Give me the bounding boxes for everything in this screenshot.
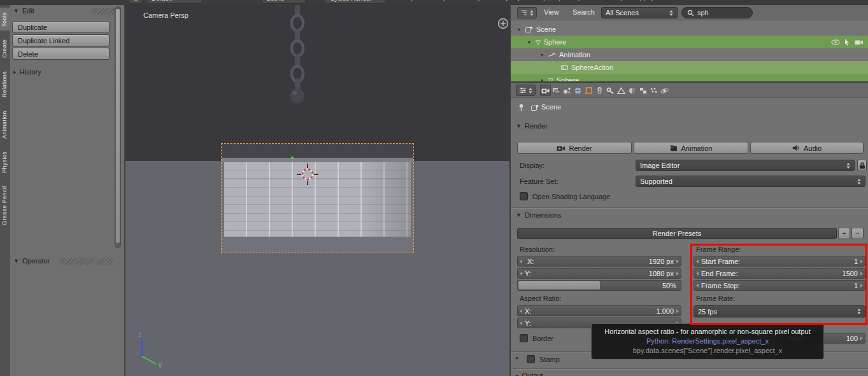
tab-particles[interactable]: [648, 85, 659, 96]
view-menu[interactable]: View: [544, 8, 559, 16]
renderability-camera-icon[interactable]: [855, 39, 863, 45]
osl-checkbox[interactable]: [520, 192, 528, 200]
close-icon[interactable]: ×: [287, 0, 291, 2]
updown-arrows-icon: [857, 309, 861, 314]
cursor-3d[interactable]: [296, 163, 319, 187]
disclosure-icon[interactable]: ▾: [539, 78, 545, 83]
tab-animation[interactable]: Animation: [0, 106, 10, 144]
object-origin-dot: [291, 157, 294, 159]
tab-modifiers[interactable]: [605, 85, 616, 96]
tree-row-sphereaction[interactable]: SphereAction: [511, 61, 868, 74]
render-panel-header[interactable]: ▼ Render: [516, 122, 548, 130]
pin-icon[interactable]: [518, 104, 524, 113]
add-preset-button[interactable]: +: [838, 228, 850, 239]
display-select[interactable]: Image Editor: [636, 160, 855, 171]
border-checkbox[interactable]: [520, 334, 528, 342]
tab-constraints[interactable]: [594, 85, 605, 96]
scrollbar-thumb[interactable]: [116, 9, 120, 243]
tree-row-sphere-mesh[interactable]: ▾ ▽ Sphere: [511, 74, 868, 83]
tab-world[interactable]: [573, 85, 583, 96]
render-presets-select[interactable]: Render Presets: [517, 228, 837, 239]
search-menu[interactable]: Search: [573, 8, 595, 16]
duplicate-button[interactable]: Duplicate: [12, 21, 110, 33]
lock-interface-button[interactable]: [857, 160, 867, 171]
tab-object[interactable]: [583, 85, 594, 96]
scene-field[interactable]: Scene ×: [261, 0, 306, 4]
stamp-label[interactable]: Stamp: [539, 356, 560, 363]
editor-type-selector[interactable]: [517, 7, 537, 18]
disclosure-icon[interactable]: ▾: [526, 39, 532, 45]
close-icon[interactable]: ×: [175, 0, 179, 2]
plus-icon: +: [842, 230, 846, 237]
tab-relations[interactable]: Relations: [0, 66, 10, 102]
tab-object-data[interactable]: [616, 85, 627, 96]
y-axis-label: y: [159, 361, 162, 368]
disclosure-icon[interactable]: ▾: [516, 27, 522, 32]
output-panel-header[interactable]: ▸ Output: [516, 372, 543, 376]
viewport-3d[interactable]: Camera Persp z y: [125, 5, 509, 376]
duplicate-linked-button[interactable]: Duplicate Linked: [12, 34, 110, 46]
tab-material[interactable]: [627, 85, 637, 96]
increment-icon: [676, 272, 679, 275]
stamp-checkbox[interactable]: [527, 355, 535, 363]
physics-icon: [660, 87, 669, 94]
animation-button[interactable]: Animation: [634, 142, 748, 154]
camera-icon: [557, 145, 565, 151]
visibility-eye-icon[interactable]: [831, 39, 840, 45]
search-value: sph: [697, 9, 709, 17]
tree-row-animation[interactable]: ▾ Animation: [511, 48, 868, 61]
tab-render-layers[interactable]: [551, 85, 562, 96]
audio-button[interactable]: Audio: [750, 142, 864, 154]
panel-title: Output: [522, 372, 543, 376]
material-icon: [628, 87, 636, 94]
dimensions-panel-header[interactable]: ▼ Dimensions: [516, 211, 561, 219]
chain-object[interactable]: [286, 5, 309, 107]
render-engine-select[interactable]: Cycles Render: [325, 0, 386, 4]
editor-type-selector[interactable]: [516, 85, 536, 96]
tab-grease-pencil[interactable]: Grease Pencil: [0, 181, 10, 230]
resolution-percent-slider[interactable]: 50%: [517, 280, 681, 291]
outliner-scope-select[interactable]: All Scenes: [601, 7, 678, 18]
panel-title: History: [20, 68, 41, 76]
history-panel-header[interactable]: ▸ History: [13, 68, 41, 76]
breadcrumb[interactable]: Scene: [541, 103, 561, 111]
feature-set-select[interactable]: Supported: [636, 176, 865, 187]
outliner-search-input[interactable]: sph: [681, 7, 753, 18]
frame-rate-select[interactable]: 25 fps: [694, 305, 865, 317]
info-editor-selector[interactable]: [129, 0, 143, 4]
disclosure-icon[interactable]: ▾: [539, 52, 545, 58]
tab-tools[interactable]: Tools: [0, 8, 10, 31]
screen-layout-field[interactable]: Default ×: [146, 0, 203, 4]
tab-create[interactable]: Create: [0, 34, 10, 62]
tab-scene[interactable]: [562, 85, 573, 96]
resolution-x-field[interactable]: X: 1920 px: [517, 256, 681, 267]
edit-panel-header[interactable]: ▼ Edit: [13, 7, 34, 15]
panel-drag-handle[interactable]: [60, 258, 113, 265]
mesh-data-icon: ▽: [536, 39, 541, 46]
tool-shelf-scrollbar[interactable]: [115, 6, 121, 248]
tree-row-scene[interactable]: ▾ Scene: [511, 23, 868, 36]
decrement-icon: [696, 260, 699, 263]
operator-panel-header[interactable]: ▼ Operator: [13, 257, 50, 265]
aspect-x-field[interactable]: X: 1.000: [517, 305, 681, 316]
render-button[interactable]: Render: [517, 142, 632, 154]
tab-physics[interactable]: [659, 85, 670, 96]
selectability-cursor-icon[interactable]: [844, 38, 850, 46]
expand-region-plus-icon[interactable]: [497, 18, 509, 31]
stamp-panel-header[interactable]: ▸: [516, 355, 519, 361]
decrement-icon: [696, 272, 699, 275]
scene-icon: [531, 104, 539, 112]
start-frame-field[interactable]: Start Frame: 1: [694, 256, 865, 267]
tab-physics[interactable]: Physics: [0, 148, 10, 177]
delete-button[interactable]: Delete: [12, 48, 110, 60]
remove-preset-button[interactable]: −: [851, 228, 864, 239]
tree-row-sphere-object[interactable]: ▾ ▽ Sphere: [511, 36, 868, 48]
end-frame-field[interactable]: End Frame: 1500: [694, 268, 865, 279]
tab-render[interactable]: [540, 85, 551, 96]
camera-frame[interactable]: [221, 143, 414, 253]
resolution-y-field[interactable]: Y: 1080 px: [517, 268, 681, 279]
tab-texture[interactable]: [637, 85, 648, 96]
frame-step-field[interactable]: Frame Step: 1: [694, 280, 865, 291]
object-icon: [585, 87, 593, 94]
info-header-bar: Default × Scene × Cycles Render v2.76 | …: [0, 0, 868, 5]
